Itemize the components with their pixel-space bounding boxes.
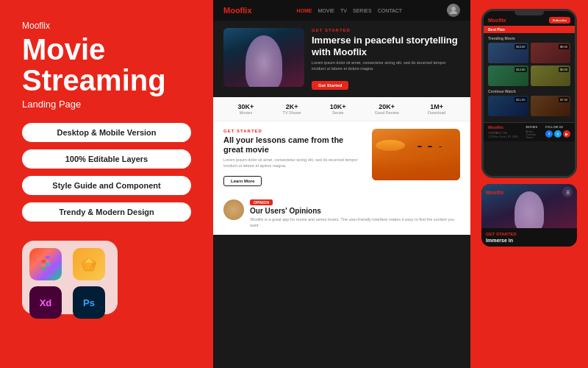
second-cta-button[interactable]: Learn More: [223, 176, 262, 186]
footer-contact: CONTACT US: [488, 131, 518, 135]
footer-movies-label: MOVIES: [526, 125, 538, 129]
nav-series[interactable]: SERIES: [353, 8, 372, 13]
phone-footer-cols: Mooflix CONTACT US 123 Main Street, NY, …: [488, 125, 570, 139]
badge-editable-layers[interactable]: 100% Editable Layers: [22, 149, 191, 169]
sketch-icon: [73, 248, 105, 280]
phone-continue-2[interactable]: $7.00: [531, 96, 571, 116]
hero-figure: [245, 35, 282, 87]
phone-movie-2-price: $8.00: [559, 44, 569, 49]
hero-image: [223, 28, 304, 87]
right-panel: Mooflix Subscribe Best Plan Trending Mov…: [470, 0, 588, 368]
facebook-icon[interactable]: f: [545, 130, 553, 138]
stat-reviews-label: Good Review: [375, 110, 399, 115]
figma-icon: [29, 248, 62, 280]
opinion-tag-row: OPINION: [250, 199, 460, 205]
phone-continue-label: Continue Watch: [488, 89, 570, 93]
stat-movies-label: Movies: [238, 110, 254, 115]
twitter-icon[interactable]: t: [554, 130, 562, 138]
site-second-section: GET STARTED All your lessons came from t…: [213, 121, 470, 194]
badge-style-guide[interactable]: Style Guide and Component: [22, 176, 191, 195]
site-nav-links: HOME MOVIE TV SERIES CONTACT: [296, 8, 402, 13]
site-hero-section: GET STARTED Immerse in peaceful storytel…: [213, 21, 470, 97]
badge-trendy-design[interactable]: Trendy & Modern Design: [22, 202, 191, 222]
phone-movie-2[interactable]: $8.00: [531, 43, 571, 63]
nav-contact[interactable]: CONTACT: [378, 8, 402, 13]
second-image: [372, 129, 460, 180]
stat-movies: 30K+ Movies: [238, 103, 254, 115]
bottom-app-snippet: Mooflix ☰ GET STARTED Immerse in: [481, 184, 577, 247]
svg-point-5: [451, 7, 456, 11]
badges-list: Desktop & Mobile Version 100% Editable L…: [22, 123, 191, 227]
phone-movie-grid: $10.00 $8.00 $12.00 $9.00: [488, 43, 570, 86]
stat-movies-value: 30K+: [238, 103, 254, 110]
stat-downloads: 1M+ Download: [428, 103, 445, 115]
phone-movie-1[interactable]: $10.00: [488, 43, 528, 63]
phone-continue-grid: $11.00 $7.00: [488, 96, 570, 116]
stat-tvshows-value: 2K+: [283, 103, 301, 110]
phone-plan-banner: Best Plan: [484, 26, 575, 33]
phone-notch: [514, 11, 544, 15]
stat-series: 10K+ Series: [330, 103, 346, 115]
hero-cta-button[interactable]: Get Started: [312, 81, 348, 90]
stat-tvshows: 2K+ TV Shows: [283, 103, 301, 115]
hero-content: GET STARTED Immerse in peaceful storytel…: [312, 28, 460, 90]
snippet-text: GET STARTED Immerse in: [481, 228, 577, 247]
phone-trending: Trending Movie $10.00 $8.00 $12.00 $9.00: [484, 33, 575, 122]
stat-series-label: Series: [330, 110, 346, 115]
nav-home[interactable]: HOME: [296, 8, 312, 13]
xd-icon: Xd: [29, 286, 62, 319]
site-navbar: Mooflix HOME MOVIE TV SERIES CONTACT: [213, 0, 470, 21]
badge-desktop-mobile[interactable]: Desktop & Mobile Version: [22, 123, 191, 142]
hero-tag: GET STARTED: [312, 28, 460, 32]
phone-subscribe-button[interactable]: Subscribe: [549, 17, 570, 24]
site-logo: Mooflix: [223, 6, 252, 15]
opinion-title: Our Users' Opinions: [250, 207, 460, 215]
second-desc: Lorem ipsum dolor sit amet, consectetur …: [223, 158, 365, 169]
hero-desc: Lorem ipsum dolor sit amet, consectetur …: [312, 60, 460, 71]
opinion-text: 'Mooflix is a great app for movie and se…: [250, 217, 460, 228]
second-title: All your lessons came from the great mov…: [223, 135, 365, 155]
opinion-content: OPINION Our Users' Opinions 'Mooflix is …: [250, 199, 460, 228]
footer-logo: Mooflix: [488, 125, 518, 130]
phone-movie-4[interactable]: $9.00: [531, 66, 571, 86]
footer-addr: 123 Main Street, NY, 8888: [488, 135, 518, 138]
second-tag: GET STARTED: [223, 129, 365, 133]
stat-reviews-value: 20K+: [375, 103, 399, 110]
footer-movie-item-3: Horror: [526, 136, 538, 139]
brand-label: Mooflix: [22, 21, 191, 31]
center-panel: Mooflix HOME MOVIE TV SERIES CONTACT GET…: [213, 0, 470, 368]
phone-screen: Mooflix Subscribe Best Plan Trending Mov…: [484, 11, 575, 176]
second-content: GET STARTED All your lessons came from t…: [223, 129, 365, 187]
snippet-top-bar: Mooflix ☰: [481, 187, 577, 197]
phone-continue-1[interactable]: $11.00: [488, 96, 528, 116]
nav-movie[interactable]: MOVIE: [318, 8, 334, 13]
main-title: Movie Streaming: [22, 34, 191, 96]
ps-icon: Ps: [73, 286, 105, 319]
snippet-menu-icon[interactable]: ☰: [562, 187, 573, 197]
nav-tv[interactable]: TV: [340, 8, 347, 13]
phone-footer-col-2: MOVIES Action Comedy Horror: [526, 125, 538, 139]
site-user-avatar: [447, 4, 460, 17]
footer-follow-label: FOLLOW US: [545, 125, 570, 129]
stat-tvshows-label: TV Shows: [283, 110, 301, 115]
phone-footer-col-1: Mooflix CONTACT US 123 Main Street, NY, …: [488, 125, 518, 139]
opinion-tag: OPINION: [250, 199, 273, 205]
phone-movie-4-price: $9.00: [559, 67, 569, 72]
tool-icons-box: Xd Ps: [22, 241, 118, 314]
mockup-site: Mooflix HOME MOVIE TV SERIES CONTACT GET…: [213, 0, 470, 368]
phone-movie-3-price: $12.00: [514, 67, 526, 72]
snippet-image: Mooflix ☰: [481, 184, 577, 228]
site-opinion-section: OPINION Our Users' Opinions 'Mooflix is …: [213, 194, 470, 234]
phone-footer-col-3: FOLLOW US f t ▶: [545, 125, 570, 139]
youtube-icon[interactable]: ▶: [563, 130, 570, 138]
stat-series-value: 10K+: [330, 103, 346, 110]
phone-mockup: Mooflix Subscribe Best Plan Trending Mov…: [481, 9, 577, 178]
phone-movie-3[interactable]: $12.00: [488, 66, 528, 86]
stat-downloads-label: Download: [428, 110, 445, 115]
social-icons-row: f t ▶: [545, 130, 570, 138]
phone-footer: Mooflix CONTACT US 123 Main Street, NY, …: [484, 122, 575, 141]
stat-reviews: 20K+ Good Review: [375, 103, 399, 115]
hero-title: Immerse in peaceful storytelling with Mo…: [312, 35, 460, 57]
left-panel: Mooflix Movie Streaming Landing Page Des…: [0, 0, 213, 368]
stat-downloads-value: 1M+: [428, 103, 445, 110]
